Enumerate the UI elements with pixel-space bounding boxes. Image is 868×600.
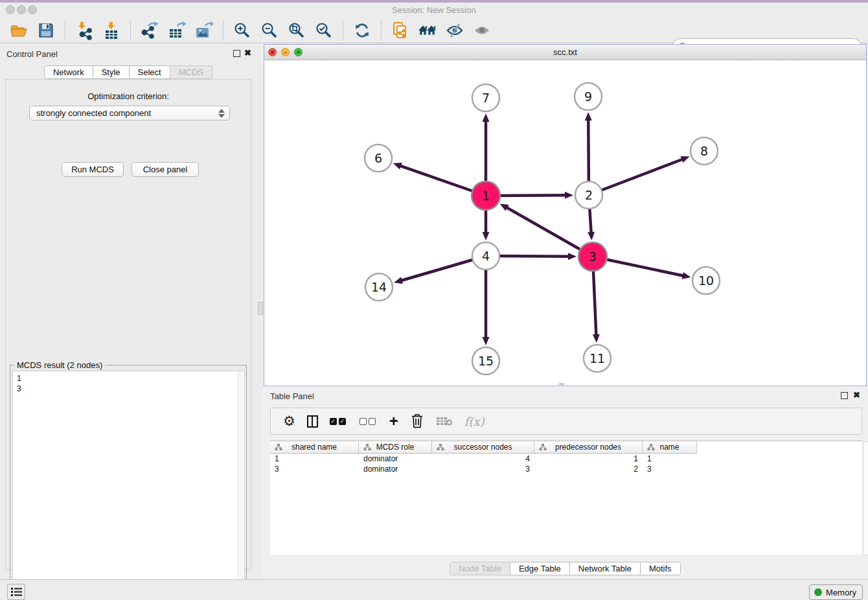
graph-arrowhead-3-11: [593, 334, 600, 343]
toggle-columns-icon[interactable]: [307, 413, 318, 430]
tab-motifs[interactable]: Motifs: [640, 562, 681, 575]
clone-network-icon[interactable]: [391, 21, 410, 40]
delete-column-icon[interactable]: [410, 413, 424, 430]
table-settings-gear-icon[interactable]: ⚙: [283, 413, 295, 430]
export-table-icon[interactable]: [167, 21, 187, 40]
network-window-titlebar[interactable]: ✕ − + scc.txt: [264, 45, 866, 60]
export-image-icon[interactable]: [194, 21, 214, 40]
toolbar-separator: [343, 21, 343, 40]
tab-edge-table[interactable]: Edge Table: [510, 562, 570, 575]
select-stepper-icon: [218, 108, 225, 119]
graph-node-label-4: 4: [482, 249, 490, 263]
graph-edge-2-8[interactable]: [589, 159, 683, 195]
table-scrollbar[interactable]: [863, 441, 868, 555]
import-table-icon[interactable]: [102, 21, 121, 40]
save-session-icon[interactable]: [36, 21, 56, 40]
close-table-panel-icon[interactable]: ✖: [853, 390, 860, 400]
add-column-icon[interactable]: +: [389, 413, 398, 430]
vertical-splitter-handle[interactable]: [258, 302, 263, 315]
close-panel-button[interactable]: Close panel: [131, 162, 199, 177]
tab-network[interactable]: Network: [44, 65, 93, 79]
column-header-name[interactable]: name: [643, 441, 697, 454]
function-builder-icon: f(x): [464, 413, 485, 430]
control-panel-title: Control Panel: [6, 49, 58, 59]
graph-arrowhead-4-14: [394, 277, 403, 284]
tab-network-table[interactable]: Network Table: [569, 562, 641, 575]
delete-table-icon: [436, 413, 453, 430]
network-window: ✕ − + scc.txt 7968124314101511: [264, 44, 867, 386]
table-toolbar: ⚙ ✓✓ + f(x): [270, 408, 862, 435]
zoom-selected-icon[interactable]: [314, 21, 334, 40]
graph-node-label-3: 3: [589, 249, 597, 264]
table-panel-title: Table Panel: [270, 391, 314, 401]
deselect-all-columns-icon[interactable]: [360, 413, 378, 430]
run-mcds-button[interactable]: Run MCDS: [62, 162, 124, 177]
import-network-icon[interactable]: [74, 21, 94, 40]
show-graphics-details-icon[interactable]: [472, 21, 492, 40]
result-line: 1: [17, 373, 244, 384]
float-panel-icon[interactable]: [233, 50, 240, 57]
float-table-panel-icon[interactable]: [841, 392, 848, 399]
network-window-title: scc.txt: [264, 47, 866, 57]
column-header-MCDS-role[interactable]: MCDS role: [359, 441, 432, 454]
column-header-predecessor-nodes[interactable]: predecessor nodes: [534, 441, 643, 454]
table-cell[interactable]: 1: [534, 454, 643, 464]
table-cell[interactable]: 4: [432, 454, 534, 464]
table-cell[interactable]: 3: [270, 464, 359, 474]
mcds-result-group: MCDS result (2 nodes) 13: [10, 365, 247, 600]
tab-node-table[interactable]: Node Table: [450, 562, 510, 575]
close-panel-icon[interactable]: ✖: [244, 48, 251, 58]
graph-arrowhead-2-9: [585, 112, 592, 121]
graph-arrowhead-4-3: [568, 253, 577, 260]
graph-arrowhead-1-7: [483, 113, 490, 122]
column-header-shared-name[interactable]: shared name: [270, 441, 359, 454]
mcds-result-list[interactable]: 13: [12, 371, 245, 600]
table-cell[interactable]: dominator: [359, 454, 432, 464]
mcds-pane: Optimization criterion: strongly connect…: [5, 79, 251, 570]
graph-arrowhead-1-6: [393, 163, 402, 169]
home-icon[interactable]: [418, 21, 437, 40]
toolbar-separator: [223, 21, 223, 40]
network-canvas[interactable]: 7968124314101511: [264, 60, 866, 386]
result-scrollbar[interactable]: [238, 372, 244, 600]
open-file-icon[interactable]: [9, 21, 29, 40]
window-title: Session: New Session: [0, 5, 868, 15]
zoom-fit-icon[interactable]: [287, 21, 306, 40]
refresh-layout-icon[interactable]: [352, 21, 372, 40]
window-titlebar: Session: New Session: [0, 3, 868, 18]
tab-mcds[interactable]: MCDS: [170, 65, 212, 79]
table-cell[interactable]: 3: [432, 464, 534, 474]
table-cell[interactable]: 1: [270, 454, 359, 464]
table-cell[interactable]: dominator: [359, 464, 432, 474]
graph-arrowhead-2-8: [680, 156, 689, 163]
table-cell[interactable]: 1: [643, 454, 697, 464]
node-table: shared nameMCDS rolesuccessor nodesprede…: [270, 441, 862, 555]
optimization-criterion-label: Optimization criterion:: [6, 91, 251, 101]
hide-graphics-details-icon[interactable]: [445, 21, 464, 40]
tab-select[interactable]: Select: [129, 65, 170, 79]
node-table-body: 1dominator4113dominator323: [270, 454, 862, 474]
zoom-out-icon[interactable]: [260, 21, 279, 40]
table-row[interactable]: 1dominator411: [270, 454, 862, 464]
table-panel: Table Panel ✖ ⚙ ✓✓ + f(x) shared nameMCD…: [262, 386, 868, 579]
graph-node-label-10: 10: [698, 273, 714, 288]
result-line: 3: [17, 384, 244, 394]
graph-node-label-9: 9: [584, 89, 592, 104]
criterion-select[interactable]: strongly connected component: [29, 106, 230, 121]
task-history-button[interactable]: [7, 584, 25, 600]
table-cell[interactable]: 2: [534, 464, 643, 474]
table-row[interactable]: 3dominator323: [270, 464, 862, 474]
graph-node-label-1: 1: [482, 189, 490, 203]
tab-style[interactable]: Style: [93, 65, 130, 79]
main-toolbar: [0, 18, 868, 43]
export-network-icon[interactable]: [140, 21, 159, 40]
column-header-successor-nodes[interactable]: successor nodes: [432, 441, 534, 454]
memory-button[interactable]: Memory: [809, 584, 863, 600]
graph-arrowhead-1-2: [565, 192, 573, 199]
zoom-in-icon[interactable]: [233, 21, 252, 40]
select-all-columns-icon[interactable]: ✓✓: [330, 413, 348, 430]
graph-node-label-14: 14: [371, 280, 387, 294]
table-cell[interactable]: 3: [643, 464, 697, 474]
node-table-header: shared nameMCDS rolesuccessor nodesprede…: [270, 441, 862, 454]
control-panel: Control Panel ✖ NetworkStyleSelectMCDS O…: [0, 44, 257, 573]
